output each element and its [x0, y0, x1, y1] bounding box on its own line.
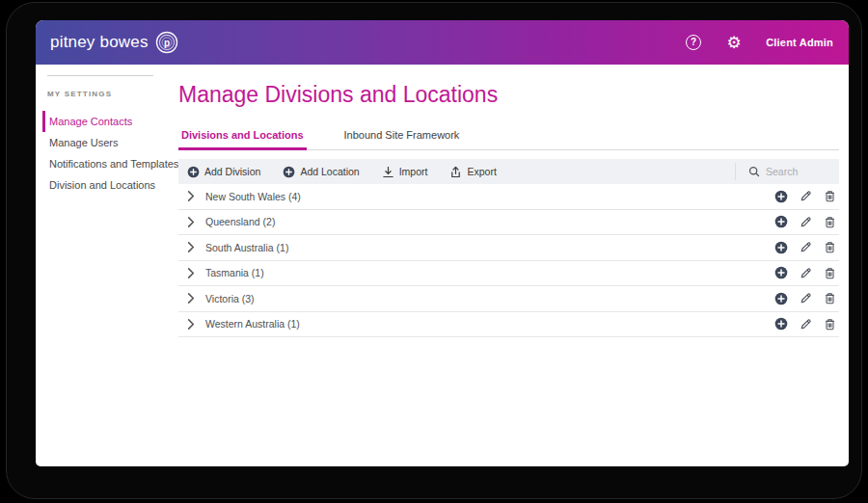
trash-icon — [824, 190, 836, 202]
row-actions — [774, 317, 839, 331]
edit-button[interactable] — [800, 190, 812, 202]
add-sub-item-button[interactable] — [774, 317, 788, 331]
plus-circle-icon — [774, 241, 788, 254]
division-name: Queensland (2) — [205, 216, 275, 227]
import-button[interactable]: Import — [382, 166, 428, 178]
row-actions — [774, 190, 839, 203]
sidebar-nav: Manage Contacts Manage Users Notificatio… — [42, 111, 178, 196]
settings-gear-icon[interactable]: ⚙ — [725, 34, 743, 51]
edit-button[interactable] — [800, 241, 812, 253]
expand-chevron-icon[interactable] — [187, 293, 195, 304]
export-button[interactable]: Export — [449, 166, 496, 178]
search-input[interactable] — [766, 166, 833, 177]
plus-circle-icon — [187, 166, 200, 178]
toolbar: Add Division Add Location Import — [178, 159, 839, 184]
svg-text:p: p — [164, 38, 170, 48]
delete-button[interactable] — [824, 292, 836, 304]
division-row: Tasmania (1) — [178, 261, 839, 287]
add-sub-item-button[interactable] — [774, 190, 788, 203]
pencil-icon — [800, 292, 812, 304]
add-sub-item-button[interactable] — [774, 292, 788, 305]
trash-icon — [824, 267, 836, 279]
pencil-icon — [800, 190, 812, 202]
plus-circle-icon — [283, 166, 295, 178]
pencil-icon — [800, 318, 812, 331]
delete-button[interactable] — [824, 241, 836, 253]
tab-divisions-and-locations[interactable]: Divisions and Locations — [178, 129, 307, 150]
delete-button[interactable] — [824, 216, 836, 228]
pencil-icon — [800, 241, 812, 253]
app-window: pitney bowes p ? ⚙ Client Admin — [36, 20, 849, 466]
division-name: Western Australia (1) — [205, 318, 300, 330]
logo-text: pitney bowes — [50, 33, 149, 52]
sidebar-section-label: MY SETTINGS — [47, 90, 178, 98]
row-actions — [774, 292, 839, 305]
help-icon[interactable]: ? — [685, 34, 702, 51]
import-download-icon — [382, 166, 394, 178]
division-row: South Australia (1) — [178, 235, 839, 261]
division-name: New South Wales (4) — [205, 191, 301, 202]
export-upload-icon — [449, 166, 462, 178]
sidebar-divider — [47, 75, 153, 76]
plus-circle-icon — [774, 292, 788, 305]
tab-bar: Divisions and Locations Inbound Site Fra… — [178, 129, 839, 150]
user-menu[interactable]: Client Admin — [766, 37, 833, 48]
division-list: New South Wales (4) Queensland (2) — [178, 184, 839, 337]
trash-icon — [824, 241, 836, 253]
row-actions — [774, 266, 839, 279]
add-sub-item-button[interactable] — [774, 241, 788, 254]
delete-button[interactable] — [824, 190, 836, 202]
expand-chevron-icon[interactable] — [187, 217, 195, 227]
top-header: pitney bowes p ? ⚙ Client Admin — [36, 20, 849, 65]
content-area: MY SETTINGS Manage Contacts Manage Users… — [36, 65, 849, 466]
edit-button[interactable] — [800, 267, 812, 279]
main-panel: Manage Divisions and Locations Divisions… — [178, 65, 839, 466]
trash-icon — [824, 216, 836, 228]
division-row: Victoria (3) — [178, 286, 839, 312]
plus-circle-icon — [774, 266, 788, 279]
sidebar: MY SETTINGS Manage Contacts Manage Users… — [36, 65, 178, 466]
expand-chevron-icon[interactable] — [187, 319, 195, 330]
trash-icon — [824, 318, 836, 331]
add-sub-item-button[interactable] — [774, 266, 788, 279]
sidebar-item-notifications-and-templates[interactable]: Notifications and Templates — [42, 153, 178, 174]
plus-circle-icon — [774, 190, 788, 203]
sidebar-item-division-and-locations[interactable]: Division and Locations — [42, 174, 178, 196]
plus-circle-icon — [774, 215, 788, 228]
search-icon — [748, 166, 760, 177]
division-name: Tasmania (1) — [205, 267, 264, 278]
row-actions — [774, 241, 839, 254]
expand-chevron-icon[interactable] — [187, 268, 195, 278]
edit-button[interactable] — [800, 292, 812, 304]
row-actions — [774, 215, 839, 228]
add-location-button[interactable]: Add Location — [283, 166, 359, 178]
edit-button[interactable] — [800, 318, 812, 331]
sidebar-item-manage-contacts[interactable]: Manage Contacts — [42, 111, 178, 132]
delete-button[interactable] — [824, 318, 836, 331]
logo-spiral-icon: p — [155, 31, 178, 54]
trash-icon — [824, 292, 836, 304]
expand-chevron-icon[interactable] — [187, 191, 195, 201]
add-division-button[interactable]: Add Division — [187, 166, 260, 178]
page-title: Manage Divisions and Locations — [178, 81, 839, 108]
sidebar-item-manage-users[interactable]: Manage Users — [42, 132, 178, 153]
header-actions: ? ⚙ Client Admin — [685, 34, 833, 51]
division-name: South Australia (1) — [205, 242, 288, 253]
tab-inbound-site-framework[interactable]: Inbound Site Framework — [341, 129, 463, 150]
pencil-icon — [800, 216, 812, 228]
expand-chevron-icon[interactable] — [187, 242, 195, 252]
edit-button[interactable] — [800, 216, 812, 228]
division-row: Queensland (2) — [178, 210, 839, 236]
add-sub-item-button[interactable] — [774, 215, 788, 228]
division-name: Victoria (3) — [205, 293, 255, 304]
division-row: Western Australia (1) — [178, 312, 839, 338]
delete-button[interactable] — [824, 267, 836, 279]
device-frame: pitney bowes p ? ⚙ Client Admin — [6, 2, 862, 499]
plus-circle-icon — [774, 317, 788, 331]
pitney-bowes-logo: pitney bowes p — [50, 31, 178, 54]
pencil-icon — [800, 267, 812, 279]
search-box — [735, 163, 839, 180]
division-row: New South Wales (4) — [178, 184, 839, 210]
